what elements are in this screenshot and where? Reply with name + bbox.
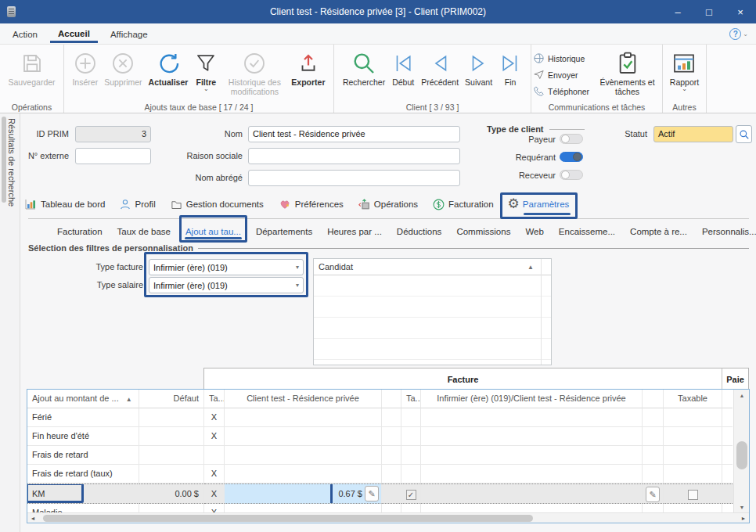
scroll-down-arrow[interactable]: ▼ [734,501,750,513]
grid-horizontal-scrollbar[interactable]: ◄ ► [27,512,749,523]
report-button[interactable]: Rapport ⌄ [667,47,702,93]
candidat-list-header[interactable]: Candidat ▲ [314,259,551,275]
table-row[interactable]: Frais de retard (taux) X [27,465,749,483]
receveur-toggle[interactable] [560,170,583,180]
subtab-taux-de-base[interactable]: Taux de base [117,225,171,238]
history-link[interactable]: Historique [533,50,589,66]
scroll-right-arrow[interactable]: ► [738,513,749,523]
tab-gestion-documents[interactable]: Gestion documents [168,196,265,213]
last-record-button[interactable]: Fin [495,47,525,89]
table-row[interactable]: Férié X [27,408,749,427]
table-row[interactable]: Fin heure d'été X [27,427,749,446]
km-taxable-cell[interactable] [664,483,722,504]
subtab-compte-a-recevoir[interactable]: Compte à re... [629,225,688,238]
column-header-taxe2[interactable]: Ta... [401,390,421,408]
dropdown-arrow-icon: ▾ [296,282,299,289]
column-header-defaut[interactable]: Défaut [139,390,204,408]
subtab-personnalisation[interactable]: Personnalis... [701,225,756,238]
km-label-cell[interactable]: KM [27,483,139,504]
next-record-button[interactable]: Suivant [462,47,495,89]
nom-field[interactable]: Client test - Résidence privée [248,126,460,142]
type-salaire-combo[interactable]: Infirmier (ère) (019) ▾ [149,277,304,293]
previous-record-button[interactable]: Précédent [418,47,462,89]
send-link[interactable]: Envoyer [533,66,589,83]
column-header-ajout[interactable]: Ajout au montant de ... ▲ [27,390,139,408]
km-taxe2-cell[interactable]: ✓ [401,483,421,504]
vertical-scroll-thumb[interactable] [736,441,747,469]
tab-facturation[interactable]: Facturation [430,196,495,214]
tab-profil[interactable]: Profil [117,196,157,213]
subtab-departements[interactable]: Départements [255,225,313,238]
search-results-panel-tab[interactable]: Résultats de recherche [0,113,20,532]
km-infirmier-cell[interactable] [421,483,643,504]
candidat-list[interactable]: Candidat ▲ [313,258,552,365]
tab-parametres[interactable]: ⚙ Paramètres [506,196,571,213]
skip-start-icon [391,49,415,77]
subtab-encaissement[interactable]: Encaisseme... [558,225,616,238]
km-client-rate-cell[interactable]: 0.67 $ ✎ [225,483,382,504]
search-button[interactable]: Rechercher [340,47,388,89]
first-record-button[interactable]: Début [388,47,418,89]
send-icon [533,69,545,81]
nom-abrege-field[interactable] [248,170,460,186]
save-button[interactable]: Sauvegarder [5,47,58,89]
taxe-checkbox-checked[interactable]: ✓ [406,490,416,500]
toggle-knob [561,135,570,143]
ribbon-tab-action[interactable]: Action [5,26,45,41]
scroll-up-arrow[interactable]: ▲ [734,390,750,401]
panel-grip [2,117,6,203]
insert-button[interactable]: Insérer [69,47,101,89]
scroll-left-arrow[interactable]: ◄ [27,513,38,523]
edit-infirmier-rate-button[interactable]: ✎ [646,487,660,502]
filters-heading: Sélection des filtres de personnalisatio… [28,243,198,253]
subtab-heures-par[interactable]: Heures par ... [326,225,383,238]
export-button[interactable]: Exporter [288,47,328,89]
refresh-button[interactable]: Actualiser [146,47,192,89]
search-results-label: Résultats de recherche [7,118,16,207]
column-header-taxable[interactable]: Taxable [664,390,722,408]
subtab-commissions[interactable]: Commissions [455,225,511,238]
km-taxe1-cell[interactable]: X [204,483,225,504]
grid-vertical-scrollbar[interactable]: ▲ ▼ [733,390,749,513]
subtab-ajout-au-taux[interactable]: Ajout au tau... [185,225,242,238]
maximize-button[interactable]: □ [693,0,725,23]
operations-icon [358,198,371,210]
ribbon-tab-affichage[interactable]: Affichage [103,26,156,41]
raison-sociale-field[interactable] [248,148,460,164]
minimize-button[interactable]: – [662,0,693,23]
phone-link[interactable]: Téléphoner [533,83,589,99]
column-header-taxe1[interactable]: Ta... [204,390,225,408]
km-defaut-cell[interactable]: 0.00 $ [139,483,204,504]
delete-button[interactable]: Supprimer [101,47,145,89]
tab-preferences[interactable]: Préférences [276,196,345,213]
ribbon-tab-accueil[interactable]: Accueil [50,25,98,43]
help-button[interactable]: ? ⌄ [729,28,748,40]
type-facture-combo[interactable]: Infirmier (ère) (019) ▾ [149,259,304,275]
filter-button[interactable]: Filtre ⌄ [191,47,221,93]
km-edit2-cell[interactable]: ✎ [643,483,664,504]
edit-rate-button[interactable]: ✎ [365,486,379,501]
horizontal-scroll-thumb[interactable] [43,515,533,522]
column-header-edit2 [643,390,664,408]
table-row-selected-km[interactable]: KM 0.00 $ X 0.67 $ ✎ ✓ ✎ [27,483,749,504]
table-row[interactable]: Frais de retard [27,446,749,465]
chevron-down-icon: ⌄ [682,87,687,91]
column-header-client[interactable]: Client test - Résidence privée [225,390,382,408]
close-button[interactable]: × [725,0,756,23]
column-header-infirmier-client[interactable]: Infirmier (ère) (019)/Client test - Rési… [421,390,643,408]
statut-lookup-button[interactable] [736,125,752,143]
history-modifications-button[interactable]: Historique des modifications [221,47,288,99]
subtab-deductions[interactable]: Déductions [396,225,443,238]
tab-operations[interactable]: Opérations [356,196,419,213]
tab-tableau-de-bord[interactable]: Tableau de bord [22,196,106,213]
numero-externe-field[interactable] [75,148,151,164]
taxable-checkbox-unchecked[interactable] [688,490,698,500]
sort-asc-icon: ▲ [126,396,132,403]
window-controls: – □ × [662,0,756,23]
payeur-toggle[interactable] [560,134,583,144]
subtab-web[interactable]: Web [524,225,544,238]
requerant-toggle[interactable] [560,152,583,162]
statut-field[interactable]: Actif [653,126,733,142]
events-tasks-button[interactable]: Évènements et tâches [594,47,661,99]
subtab-facturation[interactable]: Facturation [56,225,103,238]
